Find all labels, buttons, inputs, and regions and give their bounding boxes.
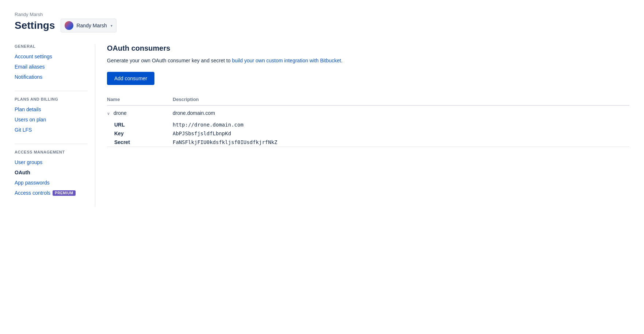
detail-value-url: http://drone.domain.com bbox=[173, 120, 629, 129]
user-selector-dropdown[interactable]: Randy Marsh ▾ bbox=[61, 19, 116, 32]
sidebar-item-plan-details[interactable]: Plan details bbox=[15, 104, 88, 114]
sidebar-item-account-settings[interactable]: Account settings bbox=[15, 51, 88, 62]
user-avatar bbox=[65, 21, 73, 30]
consumer-description-cell: drone.domain.com bbox=[173, 105, 629, 120]
sidebar-item-notifications[interactable]: Notifications bbox=[15, 72, 88, 82]
user-selector-label: Randy Marsh bbox=[76, 23, 107, 28]
detail-row-key: Key AbPJSbsfjsldfLbnpKd bbox=[107, 129, 629, 138]
consumers-table: Name Description ∨ drone drone.domain.co… bbox=[107, 94, 629, 147]
content-title: OAuth consumers bbox=[107, 44, 629, 53]
sidebar-section-general: GENERAL Account settings Email aliases N… bbox=[15, 44, 88, 82]
sidebar-section-plans: PLANS AND BILLING Plan details Users on … bbox=[15, 97, 88, 135]
sidebar-divider-1 bbox=[15, 91, 88, 91]
detail-label-key: Key bbox=[107, 129, 173, 138]
detail-label-secret: Secret bbox=[107, 138, 173, 147]
add-consumer-button[interactable]: Add consumer bbox=[107, 72, 154, 85]
page-title: Settings bbox=[15, 20, 55, 31]
detail-value-secret: FaNSFlkjFIU0kdsfkljsf0IUsdfkjrfNkZ bbox=[173, 138, 629, 147]
col-header-name: Name bbox=[107, 94, 173, 105]
sidebar-item-git-lfs[interactable]: Git LFS bbox=[15, 125, 88, 135]
col-header-description: Description bbox=[173, 94, 629, 105]
sidebar-section-title-access: ACCESS MANAGEMENT bbox=[15, 150, 88, 154]
content-description: Generate your own OAuth consumer key and… bbox=[107, 57, 629, 65]
sidebar-section-title-general: GENERAL bbox=[15, 44, 88, 48]
sidebar-item-users-on-plan[interactable]: Users on plan bbox=[15, 114, 88, 125]
sidebar-section-access: ACCESS MANAGEMENT User groups OAuth App … bbox=[15, 150, 88, 198]
content-area: OAuth consumers Generate your own OAuth … bbox=[95, 44, 629, 207]
sidebar-item-user-groups[interactable]: User groups bbox=[15, 157, 88, 167]
expand-chevron-icon[interactable]: ∨ bbox=[107, 111, 110, 116]
detail-row-secret: Secret FaNSFlkjFIU0kdsfkljsf0IUsdfkjrfNk… bbox=[107, 138, 629, 147]
sidebar: GENERAL Account settings Email aliases N… bbox=[15, 44, 95, 207]
sidebar-item-app-passwords[interactable]: App passwords bbox=[15, 178, 88, 188]
consumer-name-cell: ∨ drone bbox=[107, 105, 173, 120]
table-row: ∨ drone drone.domain.com bbox=[107, 105, 629, 120]
sidebar-item-email-aliases[interactable]: Email aliases bbox=[15, 62, 88, 72]
sidebar-section-title-plans: PLANS AND BILLING bbox=[15, 97, 88, 101]
detail-row-url: URL http://drone.domain.com bbox=[107, 120, 629, 129]
premium-badge: PREMIUM bbox=[53, 190, 76, 196]
consumer-name: drone bbox=[114, 110, 127, 116]
header-username: Randy Marsh bbox=[15, 12, 629, 17]
chevron-down-icon: ▾ bbox=[111, 24, 112, 28]
bitbucket-integration-link[interactable]: build your own custom integration with B… bbox=[232, 58, 342, 63]
detail-label-url: URL bbox=[107, 120, 173, 129]
sidebar-divider-2 bbox=[15, 144, 88, 144]
sidebar-item-access-controls[interactable]: Access controls bbox=[15, 190, 50, 196]
detail-value-key: AbPJSbsfjsldfLbnpKd bbox=[173, 129, 629, 138]
sidebar-item-oauth[interactable]: OAuth bbox=[15, 167, 88, 178]
